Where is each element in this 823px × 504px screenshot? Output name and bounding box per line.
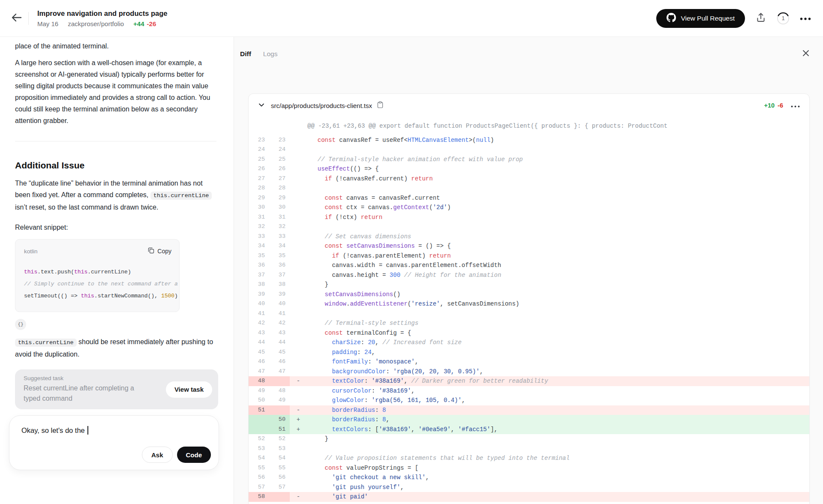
text-cursor xyxy=(87,426,88,435)
inline-code-currentline: this.currentLine xyxy=(150,192,212,200)
diff-row: 3939 setCanvasDimensions() xyxy=(249,290,809,300)
diff-row: 5757 'git push yourself', xyxy=(249,483,809,492)
close-icon xyxy=(802,52,810,59)
header: Improve navigation and products page May… xyxy=(0,0,823,37)
collapse-file-button[interactable] xyxy=(258,102,265,110)
diff-lines: @@ -23,61 +23,63 @@ export default funct… xyxy=(249,117,809,502)
snippet-line: setTimeout(() => this.startNewCommand(),… xyxy=(24,290,179,302)
diff-file-header: src/app/products/products-client.tsx +10… xyxy=(249,94,809,117)
diff-row: 3535 if (!canvas.parentElement) return xyxy=(249,251,809,261)
diff-row: 2929 const canvas = canvasRef.current xyxy=(249,193,809,203)
diff-row: 4040 window.addEventListener('resize', s… xyxy=(249,299,809,309)
code-block-badge[interactable]: {} xyxy=(15,319,26,330)
notification-count: 1 xyxy=(777,12,790,25)
repo-name: zackproser/portfolio xyxy=(68,20,124,27)
diff-row: 5049 glowColor: 'rgba(56, 161, 105, 0.4)… xyxy=(249,396,809,405)
chevron-down-icon xyxy=(258,102,265,110)
deletions-count: -26 xyxy=(147,20,156,27)
diff-row: 3232 xyxy=(249,222,809,232)
diff-row: 4747 backgroundColor: 'rgba(20, 20, 30, … xyxy=(249,367,809,377)
code-snippet-block: kotlin Copy this.text.push(this.currentL… xyxy=(15,239,180,312)
diff-row: 3636 canvas.width = canvas.parentElement… xyxy=(249,261,809,270)
suggested-task-label: Suggested task xyxy=(24,375,152,381)
diff-row: 3434 const setCanvasDimensions = () => { xyxy=(249,241,809,251)
copy-icon xyxy=(148,247,154,255)
ellipsis-icon xyxy=(800,15,811,21)
diff-row: 2727 if (!canvasRef.current) return xyxy=(249,174,809,184)
diff-row: 5555 const valuePropStrings = [ xyxy=(249,463,809,473)
hero-paragraph: A large hero section with a well-chosen … xyxy=(15,57,216,126)
session-date: May 16 xyxy=(37,20,58,27)
close-panel-button[interactable] xyxy=(802,49,810,59)
diff-row: 2828 xyxy=(249,183,809,193)
view-pull-request-label: View Pull Request xyxy=(681,15,735,22)
back-button[interactable] xyxy=(9,10,25,27)
diff-row: 3737 canvas.height = 300 // Height for t… xyxy=(249,270,809,280)
view-pull-request-button[interactable]: View Pull Request xyxy=(656,9,745,28)
snippet-line: this.text.push(this.currentLine) xyxy=(24,266,179,278)
file-overflow-menu-button[interactable] xyxy=(791,102,800,109)
tab-diff[interactable]: Diff xyxy=(240,50,251,58)
diff-row: 5454 // Value proposition statements tha… xyxy=(249,453,809,463)
github-icon xyxy=(667,13,676,24)
file-path: src/app/products/products-client.tsx xyxy=(271,102,372,109)
diff-panel: Diff Logs src/app/products/products-clie… xyxy=(234,37,823,504)
ask-button[interactable]: Ask xyxy=(142,447,173,463)
header-overflow-menu-button[interactable] xyxy=(800,15,811,21)
diff-row: 2323 const canvasRef = useRef<HTMLCanvas… xyxy=(249,135,809,145)
snippet-code: this.text.push(this.currentLine)// Simpl… xyxy=(24,266,179,302)
diffstat: +44 -26 xyxy=(133,20,156,27)
view-task-button[interactable]: View task xyxy=(166,381,212,398)
diff-row: 48- textColor: '#38a169', // Darker gree… xyxy=(249,376,809,386)
conversation-panel: place of the animated terminal. A large … xyxy=(0,37,234,504)
diff-row: 4444 charSize: 20, // Increased font siz… xyxy=(249,338,809,348)
copy-snippet-button[interactable]: Copy xyxy=(148,247,171,255)
diff-row: 3838 } xyxy=(249,280,809,290)
diff-row: 5252 } xyxy=(249,434,809,444)
diff-row: 2525 // Terminal-style hacker animation … xyxy=(249,155,809,165)
snippet-language: kotlin xyxy=(24,248,38,255)
file-diffstat: +10 -6 xyxy=(764,102,783,109)
page-title: Improve navigation and products page xyxy=(37,9,167,18)
diff-row: 2424 xyxy=(249,145,809,155)
diff-row: 3131 if (!ctx) return xyxy=(249,213,809,222)
snippet-line: // Simply continue to the next command a… xyxy=(24,278,179,290)
curly-braces-icon: {} xyxy=(18,322,23,327)
inline-code-currentline-2: this.currentLine xyxy=(15,339,77,347)
tab-logs[interactable]: Logs xyxy=(263,50,278,58)
copy-path-button[interactable] xyxy=(377,101,383,110)
snippet-label: Relevant snippet: xyxy=(15,222,216,233)
diff-row: 51- borderRadius: 8 xyxy=(249,405,809,415)
intro-paragraph-clipped: place of the animated terminal. xyxy=(15,40,216,52)
chat-input-card: Okay, so let's do the Ask Code xyxy=(9,415,219,470)
file-additions: +10 xyxy=(764,102,775,109)
additions-count: +44 xyxy=(133,20,144,27)
additional-issue-heading: Additional Issue xyxy=(15,160,234,171)
code-button[interactable]: Code xyxy=(177,447,211,463)
diff-row: 3030 const ctx = canvas.getContext('2d') xyxy=(249,203,809,213)
diff-row: 50+ borderRadius: 8, xyxy=(249,415,809,425)
diff-hunk-header: @@ -23,61 +23,63 @@ export default funct… xyxy=(249,121,809,131)
diff-row: 51+ textColors: ['#38a169', '#0ea5e9', '… xyxy=(249,425,809,435)
diff-row: 4242 // Terminal-style settings xyxy=(249,318,809,328)
diff-row: 3333 // Set canvas dimensions xyxy=(249,232,809,242)
chat-input[interactable]: Okay, so let's do the xyxy=(21,426,211,435)
panel-tabs: Diff Logs xyxy=(240,50,823,58)
clipboard-icon xyxy=(377,101,383,110)
diff-row: 4646 fontFamily: 'monospace', xyxy=(249,357,809,367)
suggested-task-text: Reset currentLine after completing a typ… xyxy=(24,383,152,404)
title-block: Improve navigation and products page May… xyxy=(37,9,167,27)
diff-row: 4545 padding: 24, xyxy=(249,348,809,357)
share-button[interactable] xyxy=(755,12,766,24)
copy-label: Copy xyxy=(157,248,171,255)
diff-row: 4948 cursorColor: '#38a169', xyxy=(249,386,809,396)
diff-row: 2626 useEffect(() => { xyxy=(249,164,809,174)
header-divider xyxy=(28,12,29,25)
section-divider xyxy=(15,141,216,141)
diff-row: 4343 const terminalConfig = { xyxy=(249,328,809,338)
diff-row: 5353 xyxy=(249,444,809,454)
file-deletions: -6 xyxy=(778,102,783,109)
notification-badge[interactable]: 1 xyxy=(777,12,790,25)
reset-note-paragraph: this.currentLine should be reset immedia… xyxy=(15,336,216,360)
diff-row: 4141 xyxy=(249,309,809,319)
